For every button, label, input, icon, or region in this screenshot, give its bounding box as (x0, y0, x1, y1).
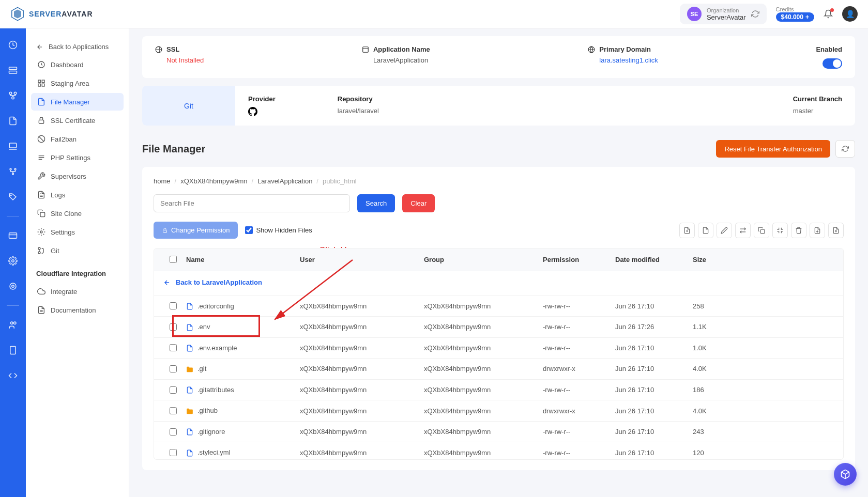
svg-rect-4 (9, 71, 17, 74)
file-row[interactable]: .editorconfig xQXbX84hbmpyw9mn xQXbX84hb… (154, 296, 843, 317)
sidebar-php-settings[interactable]: PHP Settings (31, 149, 124, 166)
row-checkbox[interactable] (170, 449, 177, 456)
user-avatar[interactable]: 👤 (842, 6, 858, 22)
rail-stack-icon[interactable] (7, 89, 19, 102)
file-icon (186, 449, 193, 457)
reset-authorization-button[interactable]: Reset File Transfer Authorization (716, 140, 830, 158)
sidebar-file-manager[interactable]: File Manager (31, 93, 124, 111)
sidebar-ssl-certificate[interactable]: SSL Certificate (31, 112, 124, 129)
sidebar-logs[interactable]: Logs (31, 186, 124, 204)
file-date: Jun 26 17:10 (615, 449, 693, 457)
file-name[interactable]: .github (186, 407, 300, 415)
svg-point-28 (40, 231, 42, 233)
rail-gear-icon[interactable] (7, 280, 19, 292)
back-to-parent-row[interactable]: Back to LaravelApplication (154, 271, 843, 296)
file-row[interactable]: .git xQXbX84hbmpyw9mn xQXbX84hbmpyw9mn d… (154, 358, 843, 379)
clear-button[interactable]: Clear (402, 194, 435, 212)
refresh-button[interactable] (835, 140, 855, 158)
sidebar-documentation[interactable]: Documentation (31, 301, 124, 319)
rail-branch-icon[interactable] (7, 165, 19, 178)
rail-tablet-icon[interactable] (7, 344, 19, 356)
sidebar-staging-area[interactable]: Staging Area (31, 74, 124, 92)
rail-tag-icon[interactable] (7, 191, 19, 203)
row-checkbox[interactable] (170, 365, 177, 372)
edit-button[interactable] (717, 223, 732, 238)
row-checkbox[interactable] (170, 407, 177, 414)
file-name[interactable]: .git (186, 365, 300, 373)
row-checkbox[interactable] (170, 344, 177, 351)
file-row[interactable]: .env.example xQXbX84hbmpyw9mn xQXbX84hbm… (154, 337, 843, 359)
row-checkbox[interactable] (170, 302, 177, 309)
search-button[interactable]: Search (357, 194, 395, 212)
file-name[interactable]: .gitattributes (186, 386, 300, 394)
sidebar-git[interactable]: Git (31, 242, 124, 259)
svg-point-9 (10, 168, 11, 170)
settings-icon (37, 228, 45, 236)
file-row[interactable]: .github xQXbX84hbmpyw9mn xQXbX84hbmpyw9m… (154, 400, 843, 421)
rail-dashboard-icon[interactable] (7, 39, 19, 51)
file-row[interactable]: .env xQXbX84hbmpyw9mn xQXbX84hbmpyw9mn -… (154, 316, 843, 337)
compress-button[interactable] (772, 223, 788, 238)
breadcrumb-item[interactable]: LaravelApplication (257, 177, 312, 185)
svg-point-18 (14, 322, 17, 324)
row-checkbox[interactable] (170, 386, 177, 394)
sidebar-fail2ban[interactable]: Fail2ban (31, 130, 124, 148)
svg-rect-32 (363, 46, 369, 52)
git-tab[interactable]: Git (142, 86, 235, 126)
row-checkbox[interactable] (170, 323, 177, 331)
file-row[interactable]: .gitattributes xQXbX84hbmpyw9mn xQXbX84h… (154, 379, 843, 400)
change-permission-button[interactable]: Change Permission (154, 222, 238, 239)
svg-point-5 (9, 92, 12, 95)
rail-card-icon[interactable] (7, 229, 19, 242)
logo[interactable]: SERVERAVATAR (10, 7, 93, 21)
sidebar-settings[interactable]: Settings (31, 223, 124, 241)
file-icon (186, 386, 193, 394)
file-manager-title: File Manager (142, 143, 205, 155)
refresh-icon[interactable] (751, 10, 759, 18)
breadcrumb-item[interactable]: home (154, 177, 171, 185)
rail-servers-icon[interactable] (7, 64, 19, 76)
file-manager-card: home/xQXbX84hbmpyw9mn/LaravelApplication… (142, 167, 855, 470)
select-all-checkbox[interactable] (170, 256, 177, 263)
notification-bell-icon[interactable] (824, 9, 833, 19)
file-name[interactable]: .env.example (186, 344, 300, 352)
copy-button[interactable] (754, 223, 769, 238)
left-rail (0, 28, 26, 491)
search-input[interactable] (154, 194, 350, 212)
move-button[interactable] (735, 223, 751, 238)
show-hidden-checkbox[interactable]: Show Hidden Files (245, 226, 312, 234)
file-name[interactable]: .styleci.yml (186, 448, 300, 457)
credits-pill[interactable]: $40.000 + (776, 12, 814, 22)
git-icon (37, 246, 45, 255)
sidebar-supervisors[interactable]: Supervisors (31, 167, 124, 185)
col-permission: Permission (543, 256, 615, 263)
rail-settings-icon[interactable] (7, 255, 19, 267)
new-file-button[interactable] (679, 223, 695, 238)
org-selector[interactable]: SE Organization ServerAvatar (680, 4, 767, 24)
row-checkbox[interactable] (170, 428, 177, 436)
file-row[interactable]: .styleci.yml xQXbX84hbmpyw9mn xQXbX84hbm… (154, 442, 843, 460)
file-group: xQXbX84hbmpyw9mn (424, 365, 543, 372)
new-folder-button[interactable] (698, 223, 713, 238)
rail-code-icon[interactable] (7, 369, 19, 382)
staging-area-icon (37, 79, 45, 87)
file-row[interactable]: .gitignore xQXbX84hbmpyw9mn xQXbX84hbmpy… (154, 421, 843, 442)
rail-laptop-icon[interactable] (7, 140, 19, 152)
download-button[interactable] (810, 223, 825, 238)
file-user: xQXbX84hbmpyw9mn (300, 407, 424, 415)
sidebar: Back to Applications DashboardStaging Ar… (26, 28, 129, 491)
delete-button[interactable] (791, 223, 806, 238)
domain-value[interactable]: lara.satesting1.click (599, 56, 658, 64)
back-to-applications[interactable]: Back to Applications (31, 39, 124, 55)
sidebar-integrate[interactable]: Integrate (31, 283, 124, 300)
help-bubble[interactable] (834, 463, 857, 486)
file-name[interactable]: .gitignore (186, 428, 300, 436)
file-icon (186, 324, 193, 331)
rail-file-icon[interactable] (7, 115, 19, 127)
rail-team-icon[interactable] (7, 319, 19, 331)
sidebar-site-clone[interactable]: Site Clone (31, 205, 124, 222)
enabled-toggle[interactable] (823, 58, 842, 69)
sidebar-dashboard[interactable]: Dashboard (31, 56, 124, 73)
breadcrumb-item[interactable]: xQXbX84hbmpyw9mn (180, 177, 247, 185)
upload-button[interactable] (828, 223, 844, 238)
